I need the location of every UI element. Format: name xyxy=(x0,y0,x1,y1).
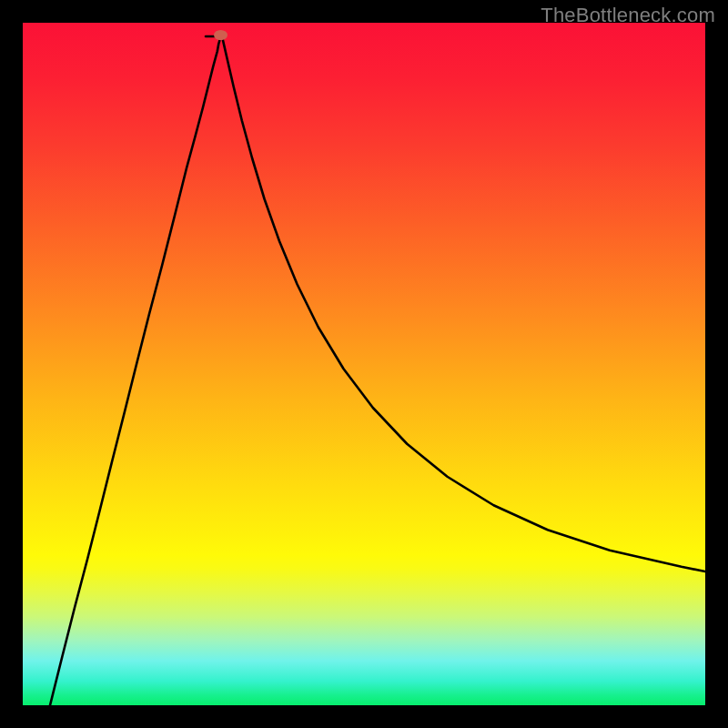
optimum-marker xyxy=(214,30,228,40)
gradient-background xyxy=(23,23,705,705)
chart-plot xyxy=(23,23,705,705)
chart-frame: TheBottleneck.com xyxy=(0,0,728,728)
